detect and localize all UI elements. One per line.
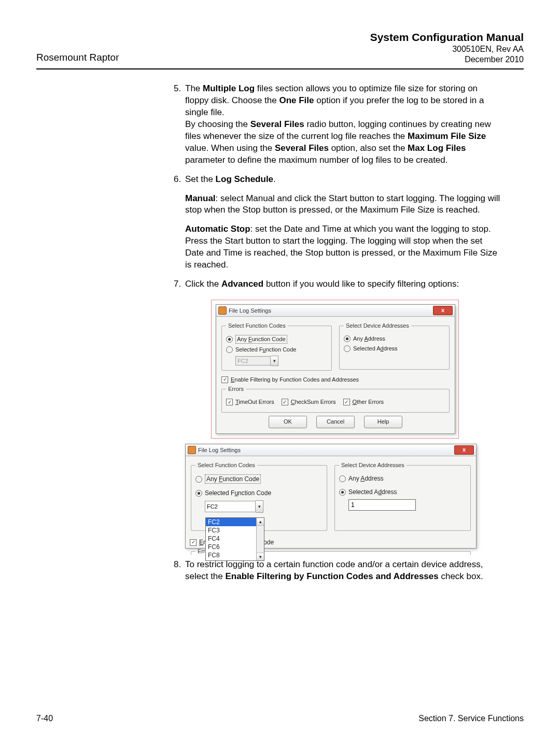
- close-button[interactable]: x: [433, 306, 453, 315]
- radio-icon: [344, 335, 351, 342]
- figure-dialog-detail: File Log Settings x Select Function Code…: [185, 444, 475, 549]
- checkbox-icon: [343, 399, 350, 405]
- dialog-title: File Log Settings: [229, 305, 433, 316]
- other-errors-checkbox[interactable]: Other Errors: [343, 398, 384, 406]
- header-docref: 300510EN, Rev AA: [370, 45, 524, 54]
- select-device-addresses-group: Select Device Addresses Any Address: [334, 461, 471, 531]
- step-6: 6. Set the Log Schedule. Manual: select …: [174, 174, 500, 272]
- step-5-num: 5.: [174, 83, 181, 95]
- header-rule: [36, 68, 524, 69]
- dropdown-option[interactable]: FC2: [206, 518, 264, 526]
- radio-icon: [339, 489, 346, 496]
- checkbox-icon: [190, 539, 197, 546]
- address-input[interactable]: [348, 499, 416, 511]
- group-label: Select Device Addresses: [344, 322, 411, 330]
- step-8-num: 8.: [174, 559, 181, 571]
- chevron-down-icon[interactable]: ▾: [271, 356, 278, 366]
- header-product: Rosemount Raptor: [36, 52, 119, 63]
- function-code-dropdown[interactable]: FC2 FC3 FC4 FC6 FC8 ▴ ▾: [205, 517, 264, 561]
- selected-address-radio[interactable]: Selected Address: [339, 488, 466, 496]
- dropdown-option[interactable]: FC8: [206, 551, 264, 559]
- dropdown-option[interactable]: FC6: [206, 543, 264, 551]
- group-label: Errors: [226, 385, 246, 393]
- file-log-settings-dialog-zoom: File Log Settings x Select Function Code…: [185, 444, 477, 549]
- scroll-down-icon[interactable]: ▾: [257, 553, 264, 560]
- ok-button[interactable]: OK: [269, 416, 307, 428]
- step-7: 7. Click the Advanced button if you woul…: [174, 278, 500, 549]
- radio-icon: [195, 490, 202, 497]
- group-label: Select Function Codes: [195, 461, 257, 469]
- any-function-code-radio[interactable]: Any Function Code: [195, 474, 323, 484]
- selected-address-radio[interactable]: Selected Address: [344, 345, 445, 353]
- dialog-title: File Log Settings: [198, 444, 454, 456]
- select-function-codes-group: Select Function Codes Any Function Code: [221, 322, 332, 371]
- file-log-settings-dialog: File Log Settings x Select Function Code…: [216, 304, 455, 434]
- any-address-radio[interactable]: Any Address: [339, 474, 466, 483]
- function-code-combo[interactable]: ▾: [205, 500, 323, 513]
- checkbox-icon: [282, 399, 288, 405]
- scroll-up-icon[interactable]: ▴: [257, 518, 264, 526]
- selected-function-code-radio[interactable]: Selected Function Code: [195, 489, 323, 497]
- window-icon: [188, 446, 196, 454]
- section-label: Section 7. Service Functions: [418, 714, 524, 723]
- function-code-input[interactable]: [205, 501, 256, 512]
- group-label: Select Device Addresses: [339, 461, 407, 469]
- checkbox-icon: [221, 376, 228, 383]
- step-7-num: 7.: [174, 278, 181, 290]
- radio-icon: [195, 476, 202, 483]
- radio-icon: [344, 345, 351, 352]
- cancel-button[interactable]: Cancel: [316, 416, 355, 428]
- enable-filtering-checkbox[interactable]: Enable Filtering by Function Codes and A…: [221, 376, 450, 384]
- window-icon: [218, 306, 227, 315]
- dropdown-option[interactable]: FC4: [206, 535, 264, 543]
- step-5: 5. The Multiple Log files section allows…: [174, 83, 500, 166]
- header-date: December 2010: [370, 55, 524, 64]
- timeout-errors-checkbox[interactable]: TimeOut Errors: [226, 398, 274, 406]
- any-address-radio[interactable]: Any Address: [344, 335, 445, 343]
- radio-icon: [226, 336, 233, 343]
- checkbox-icon: [226, 399, 233, 405]
- errors-group: Errors TimeOut Errors CheckS: [221, 385, 450, 413]
- step-8: 8. To restrict logging to a certain func…: [174, 559, 500, 583]
- radio-icon: [226, 346, 233, 353]
- function-code-input[interactable]: [235, 356, 271, 366]
- help-button[interactable]: Help: [364, 416, 402, 428]
- close-button[interactable]: x: [454, 445, 474, 455]
- dropdown-option[interactable]: FC3: [206, 526, 264, 535]
- header-title: System Configuration Manual: [370, 31, 524, 44]
- selected-function-code-radio[interactable]: Selected Function Code: [226, 346, 327, 354]
- dialog-titlebar[interactable]: File Log Settings x: [186, 444, 476, 456]
- radio-icon: [339, 475, 346, 482]
- chevron-down-icon[interactable]: ▾: [256, 500, 263, 513]
- any-function-code-radio[interactable]: Any Function Code: [226, 335, 327, 344]
- figure-dialog-full: File Log Settings x Select Function Code…: [211, 300, 459, 439]
- step-6-num: 6.: [174, 174, 181, 186]
- function-code-combo[interactable]: ▾: [235, 356, 327, 366]
- group-label: Select Function Codes: [226, 322, 288, 330]
- dialog-titlebar[interactable]: File Log Settings x: [216, 305, 455, 317]
- select-device-addresses-group: Select Device Addresses Any Address: [339, 322, 450, 370]
- page-number: 7-40: [36, 714, 53, 723]
- checksum-errors-checkbox[interactable]: CheckSum Errors: [282, 398, 336, 406]
- scrollbar[interactable]: ▴ ▾: [256, 518, 264, 560]
